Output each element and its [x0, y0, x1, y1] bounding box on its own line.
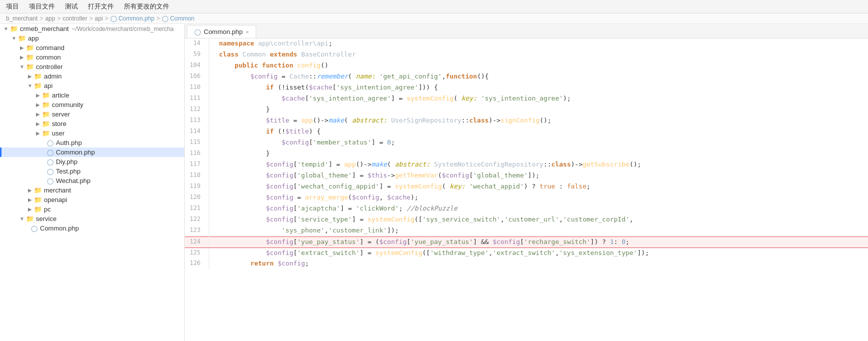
- arrow-app: ▼: [10, 36, 18, 41]
- line-code: }: [209, 148, 868, 160]
- table-row: 112 }: [185, 104, 868, 116]
- sidebar-item-test[interactable]: ◯ Test.php: [0, 166, 184, 176]
- tab-common-php[interactable]: ◯ Common.php ×: [187, 25, 256, 38]
- table-row: 113 $title = app()->make( abstract: User…: [185, 116, 868, 126]
- line-code: if (!$title) {: [209, 126, 868, 138]
- line-code: }: [209, 104, 868, 116]
- sidebar-label-test: Test.php: [56, 168, 80, 175]
- table-row: 104 public function config(): [185, 60, 868, 72]
- folder-icon-pc: 📁: [34, 206, 42, 213]
- sidebar-item-server[interactable]: ▶ 📁 server: [0, 110, 184, 119]
- sidebar-label-wechat: Wechat.php: [56, 177, 90, 184]
- sidebar-item-app[interactable]: ▼ 📁 app: [0, 34, 184, 43]
- code-area[interactable]: 14 namespace app\controller\api; 59 clas…: [185, 38, 868, 341]
- sidebar-root[interactable]: ▼ 📁 crmeb_merchant ~/Work/code/merchant/…: [0, 24, 184, 34]
- sidebar-item-admin[interactable]: ▶ 📁 admin: [0, 72, 184, 81]
- table-row: 125 $config['extract_switch'] = systemCo…: [185, 248, 868, 258]
- line-number: 117: [185, 160, 209, 170]
- line-number: 106: [185, 72, 209, 82]
- line-code: $config['wechat_config_appid'] = systemC…: [209, 182, 868, 192]
- breadcrumb-sep-2: >: [57, 15, 60, 22]
- breadcrumb-part-4[interactable]: api: [95, 15, 103, 22]
- sidebar-item-diy[interactable]: ◯ Diy.php: [0, 157, 184, 166]
- folder-icon-root: 📁: [10, 25, 18, 32]
- menu-item-project-files[interactable]: 项目文件: [29, 2, 55, 11]
- sidebar-item-common-php[interactable]: ◯ Common.php: [0, 148, 184, 157]
- arrow-article: ▶: [34, 92, 42, 98]
- line-number: 121: [185, 204, 209, 214]
- sidebar-item-api[interactable]: ▼ 📁 api: [0, 81, 184, 90]
- table-row: 114 if (!$title) {: [185, 126, 868, 138]
- table-row: 116 }: [185, 148, 868, 160]
- line-code: $config = array_merge($config, $cache);: [209, 192, 868, 204]
- sidebar-item-service[interactable]: ▼ 📁 service: [0, 214, 184, 224]
- breadcrumb-part-1[interactable]: b_merchant: [6, 15, 37, 22]
- sidebar-item-wechat[interactable]: ◯ Wechat.php: [0, 176, 184, 186]
- sidebar-item-auth[interactable]: ◯ Auth.php: [0, 138, 184, 148]
- line-number: 120: [185, 192, 209, 204]
- file-icon-wechat: ◯: [46, 178, 54, 184]
- line-code: $config['service_type'] = systemConfig([…: [209, 214, 868, 226]
- folder-icon-openapi: 📁: [34, 196, 42, 204]
- sidebar-item-community[interactable]: ▶ 📁 community: [0, 100, 184, 110]
- line-code: $config['yue_pay_status'] = ($config['yu…: [209, 236, 868, 248]
- sidebar-label-merchant: merchant: [44, 186, 71, 194]
- folder-icon-merchant: 📁: [34, 186, 42, 194]
- sidebar-item-pc[interactable]: ▶ 📁 pc: [0, 204, 184, 214]
- file-icon-auth: ◯: [46, 140, 54, 146]
- line-code: 'sys_phone','customer_link']);: [209, 226, 868, 236]
- line-number: 124: [185, 236, 209, 248]
- arrow-community: ▶: [34, 102, 42, 108]
- sidebar-label-service: service: [36, 215, 56, 222]
- table-row: 111 $cache['sys_intention_agree'] = syst…: [185, 94, 868, 104]
- line-number: 111: [185, 94, 209, 104]
- table-row: 120 $config = array_merge($config, $cach…: [185, 192, 868, 204]
- sidebar-item-common[interactable]: ▶ 📁 common: [0, 52, 184, 62]
- table-row: 119 $config['wechat_config_appid'] = sys…: [185, 182, 868, 192]
- menu-item-project[interactable]: 项目: [6, 2, 19, 11]
- line-number: 110: [185, 82, 209, 94]
- line-number: 114: [185, 126, 209, 138]
- sidebar-label-store: store: [52, 120, 66, 128]
- arrow-common: ▶: [18, 54, 26, 60]
- editor-container: ◯ Common.php × 14 namespace app\controll…: [185, 24, 868, 341]
- arrow-store: ▶: [34, 121, 42, 126]
- line-code: $title = app()->make( abstract: UserSign…: [209, 116, 868, 126]
- folder-icon-app: 📁: [18, 34, 26, 42]
- folder-icon-user: 📁: [42, 130, 50, 137]
- line-code: namespace app\controller\api;: [209, 38, 868, 50]
- folder-icon-command: 📁: [26, 44, 34, 52]
- menu-item-open-file[interactable]: 打开文件: [88, 2, 114, 11]
- sidebar-item-service-common[interactable]: ◯ Common.php: [0, 224, 184, 233]
- sidebar-item-user[interactable]: ▶ 📁 user: [0, 128, 184, 138]
- sidebar-label-auth: Auth.php: [56, 139, 82, 146]
- line-code: $config = Cache::remember( name: 'get_ap…: [209, 72, 868, 82]
- breadcrumb-part-5[interactable]: ◯ Common.php: [110, 15, 154, 22]
- sidebar-item-article[interactable]: ▶ 📁 article: [0, 90, 184, 100]
- sidebar-item-store[interactable]: ▶ 📁 store: [0, 119, 184, 128]
- line-code: $config['tempid'] = app()->make( abstrac…: [209, 160, 868, 170]
- arrow-service: ▼: [18, 216, 26, 222]
- breadcrumb-part-6[interactable]: ◯ Common: [162, 15, 194, 22]
- tab-file-icon: ◯: [194, 28, 201, 36]
- breadcrumb-part-3[interactable]: controller: [62, 15, 87, 22]
- sidebar-item-controller[interactable]: ▼ 📁 controller: [0, 62, 184, 72]
- menu-item-all-changes[interactable]: 所有更改的文件: [124, 2, 169, 11]
- sidebar-item-merchant[interactable]: ▶ 📁 merchant: [0, 186, 184, 195]
- menu-item-test[interactable]: 测试: [65, 2, 78, 11]
- line-code: return $config;: [209, 258, 868, 270]
- sidebar[interactable]: ▼ 📁 crmeb_merchant ~/Work/code/merchant/…: [0, 24, 185, 341]
- arrow-command: ▶: [18, 45, 26, 50]
- table-row-highlighted: 124 $config['yue_pay_status'] = ($config…: [185, 236, 868, 248]
- file-icon-service-common: ◯: [30, 225, 38, 232]
- code-table: 14 namespace app\controller\api; 59 clas…: [185, 38, 868, 270]
- sidebar-item-openapi[interactable]: ▶ 📁 openapi: [0, 195, 184, 204]
- line-number: 119: [185, 182, 209, 192]
- tab-close-button[interactable]: ×: [246, 29, 249, 35]
- breadcrumb-part-2[interactable]: app: [45, 15, 55, 22]
- file-icon-diy: ◯: [46, 158, 54, 166]
- line-number: 125: [185, 248, 209, 258]
- arrow-pc: ▶: [26, 206, 34, 212]
- line-number: 115: [185, 138, 209, 148]
- sidebar-item-command[interactable]: ▶ 📁 command: [0, 43, 184, 52]
